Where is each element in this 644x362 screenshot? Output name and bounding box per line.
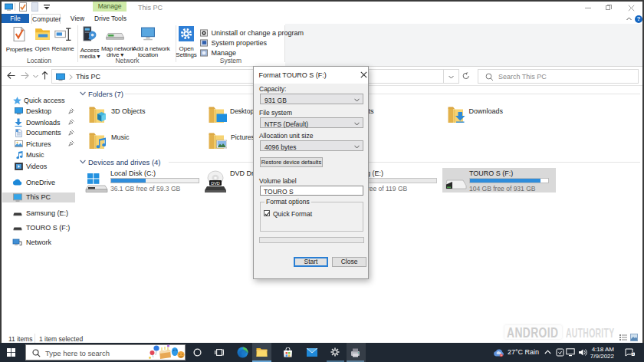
svg-text:DVD: DVD	[211, 181, 220, 186]
